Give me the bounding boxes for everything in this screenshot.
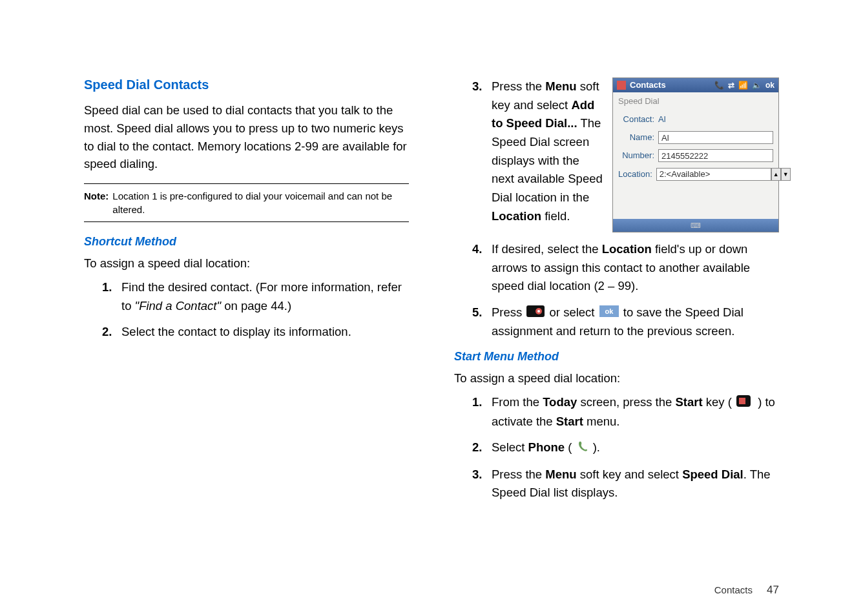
step-text: field. (541, 209, 570, 223)
step-text: Press the (492, 79, 545, 93)
note-text: Location 1 is pre-configured to dial you… (111, 189, 409, 216)
phone-app-icon (577, 439, 588, 458)
step-4: 4. If desired, select the Location field… (472, 240, 779, 296)
step-text: Press the (492, 467, 545, 481)
start-bold-2: Start (556, 415, 583, 428)
menu-bold: Menu (545, 79, 576, 93)
step-5: 5. Press or select ok to save the Speed … (472, 303, 779, 341)
screenshot-title-text: Contacts (630, 79, 666, 92)
step-b2: 2. Select Phone ( ). (472, 438, 779, 457)
step-number: 5. (472, 303, 482, 322)
name-label: Name: (618, 131, 658, 144)
step-number: 3. (472, 77, 482, 96)
phone-bold: Phone (528, 440, 565, 454)
today-bold: Today (543, 395, 577, 409)
speaker-icon: 🔈 (752, 79, 762, 92)
step-number: 2. (102, 323, 112, 342)
location-bold: Location (602, 242, 652, 256)
step-text: ). (593, 440, 600, 454)
start-bold: Start (675, 395, 702, 409)
screenshot-titlebar: Contacts 📞 ⇄ 📶 🔈 ok (613, 78, 778, 92)
step-text: key ( (703, 395, 735, 409)
step-italic: "Find a Contact" (135, 299, 221, 313)
step-text: screen, press the (577, 395, 675, 409)
step-text: soft key and select (577, 467, 683, 481)
step-number: 4. (472, 240, 482, 259)
step-text: ( (565, 440, 575, 454)
location-label: Location: (618, 168, 656, 181)
step-text: or select (550, 305, 598, 319)
location-bold: Location (492, 209, 541, 223)
step-b1: 1. From the Today screen, press the Star… (472, 393, 779, 431)
location-down-arrow[interactable]: ▼ (781, 168, 791, 181)
intro-text: To assign a speed dial location: (84, 256, 409, 271)
svg-point-2 (537, 310, 540, 313)
footer-page-number: 47 (767, 584, 779, 596)
svg-rect-6 (739, 398, 745, 404)
step-text-post: on page 44.) (221, 299, 291, 313)
svg-text:ok: ok (605, 307, 614, 315)
location-input[interactable] (656, 168, 771, 181)
page-footer: Contacts 47 (714, 584, 779, 597)
step-text: Select (492, 440, 528, 454)
speed-dial-screenshot: Contacts 📞 ⇄ 📶 🔈 ok Speed Dial Contact: … (612, 77, 779, 232)
step-3: 3. Press the Menu soft key and select Ad… (472, 77, 779, 232)
ok-button-icon: ok (599, 304, 619, 323)
screenshot-breadcrumb: Speed Dial (613, 92, 778, 110)
location-up-arrow[interactable]: ▲ (771, 168, 781, 181)
step-b3: 3. Press the Menu soft key and select Sp… (472, 466, 779, 502)
ok-softkey[interactable]: ok (765, 79, 775, 92)
intro-text: To assign a speed dial location: (454, 371, 779, 385)
section-heading: Speed Dial Contacts (84, 77, 409, 92)
step-1: 1. Find the desired contact. (For more i… (102, 278, 409, 315)
call-icon: 📞 (714, 79, 724, 92)
note-block: Note: Location 1 is pre-configured to di… (84, 183, 409, 222)
step-text: If desired, select the (492, 242, 602, 256)
step-number: 1. (472, 393, 482, 412)
start-flag-icon (736, 394, 753, 413)
step-2: 2. Select the contact to display its inf… (102, 323, 409, 342)
shortcut-method-heading: Shortcut Method (84, 235, 409, 249)
number-label: Number: (618, 149, 658, 162)
number-input[interactable] (658, 149, 773, 162)
step-number: 2. (472, 438, 482, 457)
menu-bold: Menu (545, 467, 576, 481)
step-text: menu. (583, 415, 620, 428)
screenshot-bottombar: ⌨ (613, 219, 778, 232)
step-number: 1. (102, 278, 112, 297)
status-icons: 📞 ⇄ 📶 🔈 ok (714, 79, 775, 92)
contact-value: Al (658, 113, 666, 126)
step-text: From the (492, 395, 543, 409)
sync-icon: ⇄ (728, 79, 734, 92)
center-key-icon (526, 304, 545, 323)
contact-label: Contact: (618, 113, 658, 126)
step-text: Press (492, 305, 525, 319)
signal-icon: 📶 (738, 79, 748, 92)
contacts-app-icon (617, 81, 626, 90)
speed-dial-bold: Speed Dial (682, 467, 743, 481)
note-label: Note: (84, 189, 109, 216)
footer-section: Contacts (714, 584, 753, 595)
start-menu-method-heading: Start Menu Method (454, 350, 779, 364)
step-number: 3. (472, 466, 482, 484)
name-input[interactable] (658, 131, 773, 144)
step-text: Select the contact to display its inform… (121, 325, 351, 338)
body-paragraph: Speed dial can be used to dial contacts … (84, 101, 409, 173)
